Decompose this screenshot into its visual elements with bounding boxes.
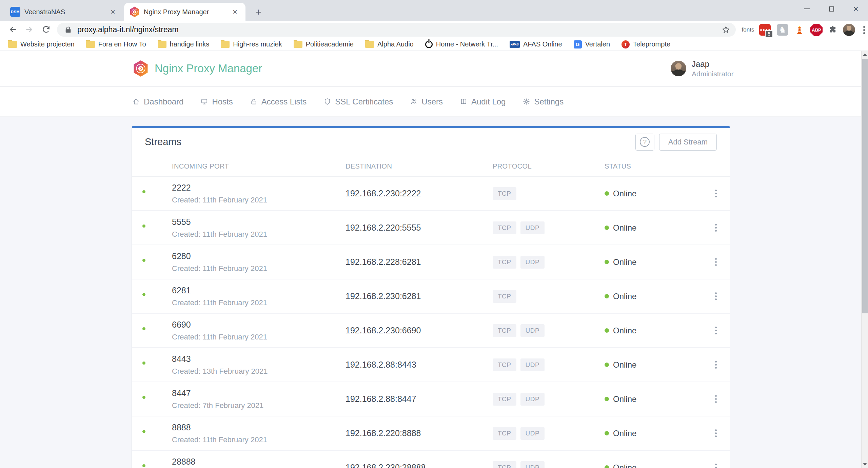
- user-name: Jaap: [692, 59, 734, 69]
- content-area: Streams ? Add Stream INCOMING PORT DESTI…: [0, 117, 861, 467]
- row-actions-menu[interactable]: [715, 327, 717, 334]
- page-content: Nginx Proxy Manager Jaap Administrator D…: [0, 51, 861, 468]
- row-actions-menu[interactable]: [715, 361, 717, 369]
- add-stream-button[interactable]: Add Stream: [659, 134, 717, 151]
- destination: 192.168.2.88:8447: [346, 394, 493, 404]
- nav-label: Users: [421, 97, 443, 106]
- help-button[interactable]: ?: [635, 134, 654, 151]
- minimize-button[interactable]: [795, 0, 819, 18]
- bookmark-label: Website projecten: [20, 40, 75, 48]
- lighthouse-icon: [794, 25, 805, 35]
- row-actions-menu[interactable]: [715, 292, 717, 300]
- bookmark-fora-en-how-to[interactable]: Fora en How To: [86, 40, 146, 48]
- profile-photo: [843, 24, 855, 36]
- col-status: STATUS: [605, 162, 702, 170]
- bookmark-label: Vertalen: [585, 40, 610, 48]
- brand-logo-link[interactable]: Nginx Proxy Manager: [133, 51, 262, 86]
- bookmark-alpha-audio[interactable]: Alpha Audio: [365, 40, 414, 48]
- forward-button[interactable]: [22, 23, 36, 36]
- back-button[interactable]: [6, 23, 20, 36]
- page-scrollbar: [861, 51, 868, 468]
- bookmark-website-projecten[interactable]: Website projecten: [8, 40, 75, 48]
- home-icon: [132, 98, 140, 105]
- lighthouse-extension-icon[interactable]: [793, 23, 806, 37]
- nav-access-lists[interactable]: Access Lists: [250, 97, 307, 106]
- nav-label: SSL Certificates: [335, 97, 393, 106]
- nav-dashboard[interactable]: Dashboard: [132, 97, 183, 106]
- new-tab-button[interactable]: +: [252, 5, 265, 19]
- user-role: Administrator: [692, 70, 734, 78]
- extension-badge: 5: [765, 30, 773, 38]
- row-actions-menu[interactable]: [715, 429, 717, 437]
- users-icon: [410, 98, 418, 105]
- online-dot-icon: [605, 363, 609, 367]
- folder-icon: [8, 41, 17, 48]
- col-destination: DESTINATION: [346, 162, 493, 170]
- bookmark-label: High-res muziek: [233, 40, 282, 48]
- window-controls: ×: [795, 0, 868, 18]
- row-actions-menu[interactable]: [715, 190, 717, 197]
- bookmark-high-res-muziek[interactable]: High-res muziek: [221, 40, 282, 48]
- protocol-badge: UDP: [520, 256, 545, 269]
- maximize-button[interactable]: [819, 0, 844, 18]
- presence-dot: [141, 258, 146, 263]
- bookmark-star-icon[interactable]: [722, 25, 730, 34]
- fonts-extension-icon[interactable]: fonts: [739, 23, 757, 37]
- power-icon: [425, 41, 433, 48]
- nav-settings[interactable]: Settings: [522, 97, 564, 106]
- forward-icon: [25, 25, 34, 34]
- tab-veenstranas[interactable]: DSM VeenstraNAS ×: [5, 3, 123, 21]
- browser-menu-button[interactable]: [857, 23, 868, 37]
- lock-icon: [64, 26, 72, 34]
- profile-avatar[interactable]: [842, 23, 856, 37]
- bookmark-vertalen[interactable]: GVertalen: [574, 40, 610, 48]
- nav-audit-log[interactable]: Audit Log: [460, 97, 506, 106]
- close-button[interactable]: ×: [844, 0, 868, 18]
- nav-label: Hosts: [212, 97, 233, 106]
- bookmark-politieacademie[interactable]: Politieacademie: [294, 40, 354, 48]
- nav-ssl-certificates[interactable]: SSL Certificates: [323, 97, 393, 106]
- close-icon: ×: [853, 4, 858, 13]
- destination: 192.168.2.230:28888: [346, 463, 493, 468]
- tab-close-icon[interactable]: ×: [108, 7, 118, 17]
- destination: 192.168.2.228:6281: [346, 257, 493, 267]
- bookmark-afas-online[interactable]: AFASAFAS Online: [510, 40, 562, 48]
- url-text: proxy.alpha-it.nl/nginx/stream: [77, 25, 722, 34]
- translate-icon: G: [574, 40, 582, 48]
- scrollbar-down-arrow[interactable]: [862, 461, 868, 468]
- bookmark-home-netwerk[interactable]: Home - Netwerk Tr...: [425, 40, 498, 48]
- protocol-badge: TCP: [493, 358, 516, 371]
- table-row: 8447Created: 7th February 2021 192.168.2…: [132, 382, 730, 416]
- protocol-badge: UDP: [520, 461, 545, 468]
- address-bar[interactable]: proxy.alpha-it.nl/nginx/stream: [57, 23, 736, 37]
- row-actions-menu[interactable]: [715, 258, 717, 266]
- nav-hosts[interactable]: Hosts: [200, 97, 233, 106]
- user-menu[interactable]: Jaap Administrator: [671, 51, 734, 86]
- extensions-puzzle-icon[interactable]: [826, 23, 840, 37]
- password-manager-extension-icon[interactable]: 5: [758, 23, 772, 37]
- tab-nginx-proxy-manager[interactable]: Nginx Proxy Manager ×: [124, 3, 245, 21]
- adblock-plus-extension-icon[interactable]: ABP: [810, 23, 823, 37]
- down-triangle-icon: [863, 463, 867, 466]
- status-text: Online: [613, 189, 636, 198]
- scrollbar-up-arrow[interactable]: [862, 51, 868, 58]
- tab-close-icon[interactable]: ×: [230, 7, 240, 17]
- main-nav: Dashboard Hosts Access Lists SSL Certifi…: [0, 87, 861, 117]
- nav-users[interactable]: Users: [410, 97, 443, 106]
- card-header: Streams ? Add Stream: [132, 128, 730, 156]
- protocol-badge: TCP: [493, 187, 516, 200]
- status-text: Online: [613, 429, 636, 438]
- bookmark-handige-links[interactable]: handige links: [158, 40, 210, 48]
- row-actions-menu[interactable]: [715, 224, 717, 232]
- protocol-badges: TCPUDP: [493, 324, 605, 337]
- chess-knight-extension-icon[interactable]: ♞: [776, 23, 789, 37]
- kebab-menu-icon: [863, 26, 865, 34]
- protocol-badge: UDP: [520, 358, 545, 371]
- reload-button[interactable]: [39, 23, 53, 36]
- scrollbar-thumb[interactable]: [862, 59, 868, 313]
- row-actions-menu[interactable]: [715, 464, 717, 468]
- status-cell: Online: [605, 223, 702, 233]
- bookmark-teleprompter[interactable]: TTeleprompte: [622, 40, 670, 48]
- browser-toolbar: proxy.alpha-it.nl/nginx/stream fonts 5 ♞…: [0, 21, 868, 38]
- row-actions-menu[interactable]: [715, 395, 717, 403]
